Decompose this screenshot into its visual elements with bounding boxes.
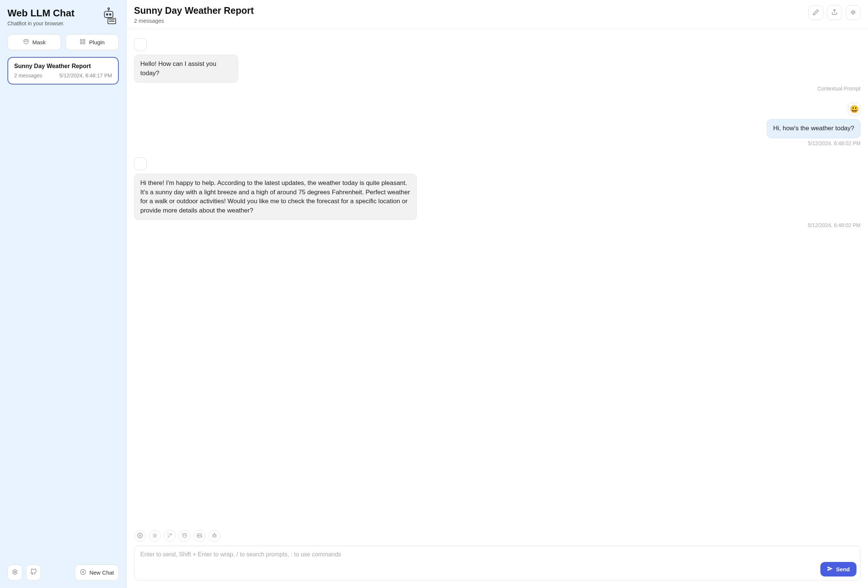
mask-icon (23, 38, 30, 46)
edit-button[interactable] (809, 5, 823, 20)
tool-mask-button[interactable] (179, 530, 190, 542)
mask-label: Mask (32, 39, 46, 46)
send-icon (827, 566, 833, 573)
app-subtitle: ChatBot in your browser. (7, 21, 74, 27)
conversation-subtitle: 2 messages (134, 18, 254, 24)
svg-line-27 (153, 536, 154, 537)
message-user: 😃 Hi, how's the weather today? 5/12/2024… (134, 103, 861, 146)
github-icon (30, 569, 37, 576)
message-bot: Hi there! I'm happy to help. According t… (134, 158, 861, 228)
user-avatar[interactable]: 😃 (848, 103, 861, 115)
svg-point-8 (27, 41, 27, 42)
sidebar-buttons: Mask Plugin (7, 34, 119, 50)
chat-item-title: Sunny Day Weather Report (14, 63, 112, 69)
chat-item-meta: 2 messages 5/12/2024, 6:48:17 PM (14, 72, 112, 78)
plugin-button[interactable]: Plugin (65, 34, 119, 50)
robot-icon (211, 532, 217, 539)
robot-logo-icon (100, 7, 119, 28)
svg-point-33 (213, 535, 214, 536)
send-label: Send (836, 566, 850, 572)
settings-button[interactable] (7, 564, 22, 581)
svg-point-36 (214, 533, 214, 533)
send-button[interactable]: Send (820, 562, 856, 576)
svg-point-20 (154, 534, 156, 536)
input-area: Send (127, 530, 868, 588)
new-chat-label: New Chat (89, 569, 114, 576)
plugin-label: Plugin (89, 39, 105, 46)
image-icon (196, 532, 202, 539)
minimize-icon (850, 9, 856, 17)
mask-icon (182, 532, 187, 539)
svg-line-23 (153, 533, 154, 534)
collapse-button[interactable] (846, 5, 861, 20)
share-button[interactable] (827, 5, 842, 20)
chat-list-item[interactable]: Sunny Day Weather Report 2 messages 5/12… (7, 57, 119, 84)
main: Sunny Day Weather Report 2 messages (127, 0, 868, 588)
svg-rect-12 (83, 43, 85, 44)
context-prompt-label: Contextual Prompt (758, 85, 861, 91)
tool-magic-button[interactable] (164, 530, 176, 542)
svg-rect-10 (83, 40, 85, 41)
github-button[interactable] (26, 564, 41, 581)
svg-line-28 (156, 533, 157, 534)
bot-avatar[interactable] (134, 158, 147, 170)
svg-point-29 (183, 535, 184, 535)
footer-icons (7, 564, 41, 581)
svg-point-7 (25, 41, 26, 42)
header-titles: Sunny Day Weather Report 2 messages (134, 5, 254, 24)
settings-icon (12, 569, 18, 576)
bot-avatar[interactable] (134, 38, 147, 51)
message-bubble[interactable]: Hi there! I'm happy to help. According t… (134, 174, 417, 220)
app-title: Web LLM Chat (7, 7, 74, 19)
input-toolbar (134, 530, 861, 542)
svg-point-3 (108, 8, 109, 9)
new-chat-button[interactable]: New Chat (75, 564, 119, 581)
message-timestamp: 5/12/2024, 6:48:02 PM (808, 140, 861, 146)
svg-rect-11 (80, 43, 82, 44)
gear-icon (137, 532, 143, 539)
sidebar: Web LLM Chat ChatBot in your browser. Ma… (0, 0, 127, 588)
message-bot: Hello! How can I assist you today? Conte… (134, 38, 861, 91)
svg-point-30 (185, 535, 185, 535)
chat-item-time: 5/12/2024, 6:48:17 PM (59, 72, 112, 78)
sidebar-branding: Web LLM Chat ChatBot in your browser. (7, 7, 74, 27)
sidebar-header: Web LLM Chat ChatBot in your browser. (7, 7, 119, 28)
tool-settings-button[interactable] (134, 530, 146, 542)
svg-point-2 (109, 14, 111, 15)
pencil-icon (813, 9, 819, 17)
sidebar-footer: New Chat (7, 564, 119, 581)
tool-image-button[interactable] (193, 530, 205, 542)
svg-point-14 (14, 571, 16, 573)
message-timestamp: 5/12/2024, 6:48:02 PM (578, 222, 861, 228)
plus-circle-icon (80, 569, 86, 576)
plugin-icon (79, 38, 86, 46)
mask-button[interactable]: Mask (7, 34, 61, 50)
tool-robot-button[interactable] (208, 530, 220, 542)
chat-body: Hello! How can I assist you today? Conte… (127, 29, 868, 530)
header-actions (809, 5, 861, 20)
input-wrap: Send (134, 545, 861, 581)
message-bubble[interactable]: Hi, how's the weather today? (767, 119, 861, 138)
svg-rect-0 (104, 11, 113, 18)
svg-rect-9 (80, 40, 82, 41)
message-bubble[interactable]: Hello! How can I assist you today? (134, 55, 238, 83)
svg-marker-13 (13, 569, 17, 575)
tool-theme-button[interactable] (149, 530, 161, 542)
svg-point-1 (106, 14, 108, 15)
conversation-title[interactable]: Sunny Day Weather Report (134, 5, 254, 16)
svg-point-19 (139, 535, 141, 536)
magic-wand-icon (167, 532, 173, 539)
share-icon (831, 9, 838, 17)
chat-item-count: 2 messages (14, 72, 42, 78)
message-input[interactable] (140, 551, 854, 573)
svg-point-34 (215, 535, 215, 536)
main-header: Sunny Day Weather Report 2 messages (127, 0, 868, 29)
svg-line-24 (156, 536, 157, 537)
sun-icon (152, 532, 158, 539)
